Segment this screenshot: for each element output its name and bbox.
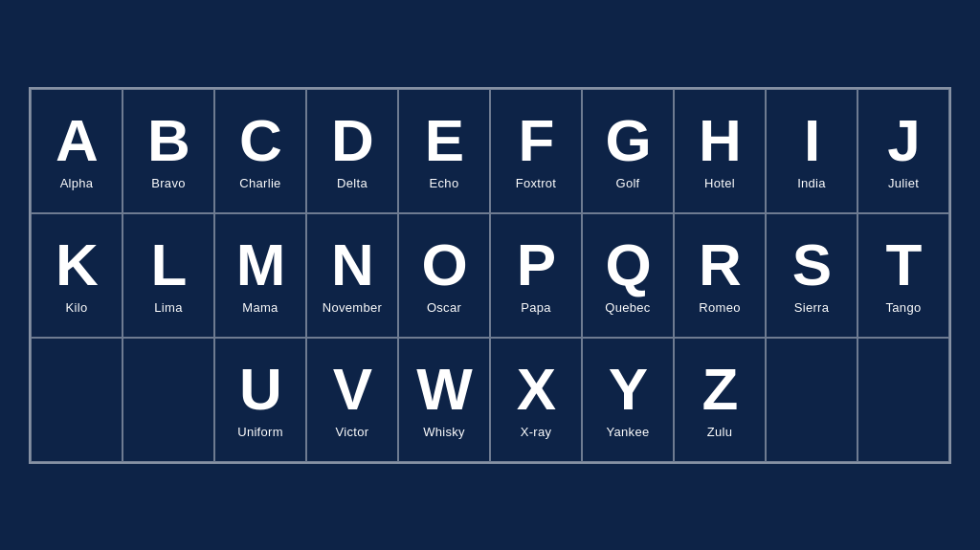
letter-z: Z — [702, 360, 738, 419]
name-b: Bravo — [151, 176, 185, 190]
cell-t: TTango — [858, 213, 949, 338]
name-f: Foxtrot — [516, 176, 557, 190]
letter-n: N — [331, 235, 373, 295]
cell-h: HHotel — [674, 89, 766, 213]
name-q: Quebec — [605, 300, 650, 315]
name-g: Golf — [615, 176, 639, 190]
cell-x: XX-ray — [490, 338, 582, 462]
letter-d: D — [331, 111, 373, 170]
cell-v: VVictor — [306, 338, 398, 462]
letter-m: M — [236, 235, 285, 295]
name-r: Romeo — [699, 300, 740, 315]
cell-o: OOscar — [398, 213, 490, 338]
grid-row-2: UUniformVVictorWWhiskyXX-rayYYankeeZZulu — [31, 338, 949, 462]
empty-cell-2-1 — [122, 338, 214, 462]
letter-y: Y — [609, 360, 647, 419]
cell-w: WWhisky — [398, 338, 490, 462]
cell-r: RRomeo — [674, 213, 766, 338]
cell-m: MMama — [214, 213, 306, 338]
letter-x: X — [517, 360, 555, 419]
cell-f: FFoxtrot — [490, 89, 582, 213]
cell-a: AAlpha — [31, 89, 122, 213]
name-h: Hotel — [704, 176, 735, 190]
name-p: Papa — [521, 300, 551, 315]
letter-g: G — [605, 111, 650, 170]
letter-l: L — [151, 235, 187, 295]
name-x: X-ray — [521, 425, 552, 439]
name-k: Kilo — [66, 300, 88, 315]
grid-row-1: KKiloLLimaMMamaNNovemberOOscarPPapaQQueb… — [31, 213, 949, 338]
cell-d: DDelta — [306, 89, 398, 213]
empty-cell-2-9 — [858, 338, 949, 462]
letter-e: E — [425, 111, 463, 170]
cell-i: IIndia — [766, 89, 858, 213]
name-s: Sierra — [794, 300, 829, 315]
cell-u: UUniform — [214, 338, 306, 462]
cell-c: CCharlie — [214, 89, 306, 213]
name-o: Oscar — [427, 300, 461, 315]
cell-z: ZZulu — [674, 338, 766, 462]
letter-o: O — [421, 235, 466, 295]
name-c: Charlie — [239, 176, 280, 190]
letter-p: P — [517, 235, 555, 295]
name-u: Uniform — [237, 425, 283, 439]
letter-q: Q — [605, 235, 650, 295]
letter-a: A — [56, 111, 98, 170]
name-y: Yankee — [607, 425, 650, 439]
grid-row-0: AAlphaBBravoCCharlieDDeltaEEchoFFoxtrotG… — [31, 89, 949, 213]
name-v: Victor — [336, 425, 369, 439]
letter-v: V — [333, 360, 371, 419]
letter-c: C — [239, 111, 281, 170]
letter-u: U — [239, 360, 281, 419]
name-e: Echo — [430, 176, 459, 190]
letter-t: T — [886, 235, 922, 295]
letter-b: B — [147, 111, 189, 170]
letter-r: R — [699, 235, 741, 295]
letter-w: W — [416, 360, 472, 419]
letter-f: F — [519, 111, 554, 170]
name-w: Whisky — [423, 425, 465, 439]
cell-q: QQuebec — [582, 213, 674, 338]
name-i: India — [797, 176, 826, 190]
empty-cell-2-0 — [31, 338, 122, 462]
cell-p: PPapa — [490, 213, 582, 338]
cell-b: BBravo — [122, 89, 214, 213]
name-a: Alpha — [60, 176, 94, 190]
letter-k: K — [56, 235, 98, 295]
letter-s: S — [792, 235, 831, 295]
name-d: Delta — [337, 176, 368, 190]
cell-k: KKilo — [31, 213, 122, 338]
letter-i: I — [804, 111, 819, 170]
name-z: Zulu — [707, 425, 733, 439]
name-m: Mama — [242, 300, 278, 315]
letter-h: H — [699, 111, 741, 170]
cell-e: EEcho — [398, 89, 490, 213]
cell-y: YYankee — [582, 338, 674, 462]
letter-j: J — [887, 111, 919, 170]
cell-l: LLima — [122, 213, 214, 338]
cell-g: GGolf — [582, 89, 674, 213]
cell-j: JJuliet — [858, 89, 949, 213]
name-j: Juliet — [888, 176, 919, 190]
cell-s: SSierra — [766, 213, 858, 338]
cell-n: NNovember — [306, 213, 398, 338]
name-t: Tango — [886, 300, 922, 315]
nato-alphabet-grid: AAlphaBBravoCCharlieDDeltaEEchoFFoxtrotG… — [29, 87, 951, 464]
name-n: November — [323, 300, 382, 315]
name-l: Lima — [154, 300, 182, 315]
empty-cell-2-8 — [766, 338, 858, 462]
